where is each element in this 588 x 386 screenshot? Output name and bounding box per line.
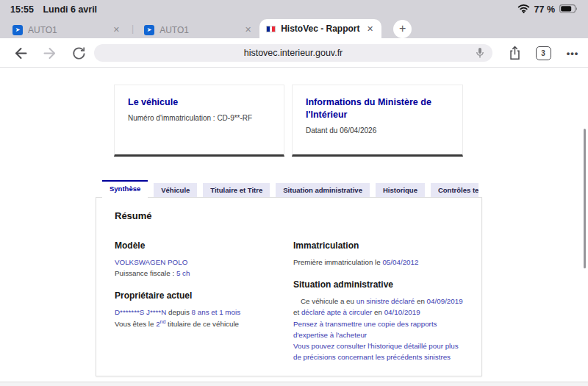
summary-right-column: Immatriculation Première immatriculation… bbox=[293, 233, 463, 362]
tab-historique[interactable]: Historique bbox=[376, 183, 425, 197]
tab-count-badge: 3 bbox=[536, 46, 551, 60]
browser-tab-auto1-1[interactable]: ➤ AUTO1 ✕ bbox=[6, 21, 128, 38]
close-tab-icon[interactable]: ✕ bbox=[111, 25, 122, 35]
browser-tab-histovec-active[interactable]: HistoVec - Rapport vend ✕ bbox=[259, 19, 381, 38]
microphone-icon[interactable] bbox=[476, 47, 484, 61]
battery-percent: 77 % bbox=[534, 4, 556, 15]
ellipsis-icon: ••• bbox=[567, 48, 579, 59]
close-tab-icon[interactable]: ✕ bbox=[243, 25, 254, 35]
vehicle-card-body: Numéro d'immatriculation : CD-9**-RF bbox=[128, 114, 270, 122]
tab-titulaire-et-titre[interactable]: Titulaire et Titre bbox=[203, 183, 270, 197]
clock: 15:55 bbox=[10, 4, 34, 15]
registration-line: Première immatriculation le 05/04/2012 bbox=[293, 257, 463, 268]
sinistre-link[interactable]: un sinistre déclaré bbox=[356, 297, 415, 305]
reload-button[interactable] bbox=[69, 38, 88, 68]
report-tab-bar: Synthèse Véhicule Titulaire et Titre Sit… bbox=[96, 180, 478, 198]
ministry-card: Informations du Ministère de l'Intérieur… bbox=[292, 85, 463, 157]
apte-circuler-link[interactable]: déclaré apte à circuler bbox=[301, 308, 372, 316]
registration-heading: Immatriculation bbox=[293, 240, 463, 251]
model-name: VOLKSWAGEN POLO bbox=[115, 257, 293, 268]
summary-left-column: Modèle VOLKSWAGEN POLO Puissance fiscale… bbox=[115, 233, 293, 362]
owner-name-line: D*******S J****N depuis 8 ans et 1 mois bbox=[115, 307, 293, 318]
close-tab-icon[interactable]: ✕ bbox=[365, 24, 376, 34]
summary-title: Résumé bbox=[115, 210, 463, 221]
tab-situation-administrative[interactable]: Situation administrative bbox=[276, 183, 370, 197]
url-text: histovec.interieur.gouv.fr bbox=[244, 48, 343, 58]
tab-controles-techniques[interactable]: Contrôles techniques bbox=[431, 183, 478, 197]
status-right: 77 % bbox=[517, 4, 578, 15]
more-menu-button[interactable]: ••• bbox=[562, 38, 583, 68]
browser-tab-strip: ➤ AUTO1 ✕ | ➤ AUTO1 ✕ HistoVec - Rapport… bbox=[0, 19, 588, 38]
page-scrollbar[interactable] bbox=[584, 129, 586, 268]
owner-heading: Propriétaire actuel bbox=[115, 290, 293, 301]
battery-icon bbox=[559, 4, 578, 15]
forward-button[interactable] bbox=[40, 38, 58, 68]
owner-rank-line: Vous êtes le 2nd titulaire de ce véhicul… bbox=[115, 318, 293, 329]
wifi-icon bbox=[517, 4, 530, 15]
model-power: Puissance fiscale : 5 ch bbox=[115, 268, 293, 279]
auto1-favicon: ➤ bbox=[12, 25, 23, 35]
synthese-panel: Résumé Modèle VOLKSWAGEN POLO Puissance … bbox=[96, 197, 482, 376]
address-bar[interactable]: histovec.interieur.gouv.fr bbox=[94, 44, 492, 62]
browser-tab-auto1-2[interactable]: ➤ AUTO1 ✕ bbox=[137, 21, 259, 38]
model-heading: Modèle bbox=[115, 240, 293, 251]
status-date: Lundi 6 avril bbox=[43, 4, 97, 15]
status-bar: 15:55 Lundi 6 avril 77 % bbox=[0, 0, 588, 19]
new-tab-button[interactable]: + bbox=[393, 20, 412, 38]
ministry-card-title: Informations du Ministère de l'Intérieur bbox=[306, 96, 449, 121]
browser-tab-label: AUTO1 bbox=[159, 25, 240, 35]
tab-separator: | bbox=[132, 24, 134, 34]
browser-tab-label: AUTO1 bbox=[28, 25, 108, 35]
status-left: 15:55 Lundi 6 avril bbox=[10, 4, 104, 15]
browser-tab-label: HistoVec - Rapport vend bbox=[281, 24, 362, 34]
vehicle-card: Le véhicule Numéro d'immatriculation : C… bbox=[114, 85, 284, 157]
ipad-screen: 15:55 Lundi 6 avril 77 % bbox=[0, 0, 588, 386]
share-icon[interactable] bbox=[506, 38, 523, 68]
auto1-favicon: ➤ bbox=[144, 25, 154, 35]
tab-vehicule[interactable]: Véhicule bbox=[154, 183, 197, 197]
ministry-card-body: Datant du 06/04/2026 bbox=[306, 126, 449, 135]
browser-nav-bar: histovec.interieur.gouv.fr 3 ••• bbox=[0, 38, 588, 68]
situation-heading: Situation administrative bbox=[293, 279, 463, 290]
summary-columns: Modèle VOLKSWAGEN POLO Puissance fiscale… bbox=[115, 233, 463, 362]
histovec-page: Le véhicule Numéro d'immatriculation : C… bbox=[0, 68, 588, 386]
back-button[interactable] bbox=[12, 38, 29, 68]
rapports-expertise-note: Pensez à transmettre une copie des rappo… bbox=[293, 320, 437, 339]
footer-edge bbox=[0, 382, 588, 386]
tab-synthese[interactable]: Synthèse bbox=[102, 180, 148, 198]
tabs-overview-button[interactable]: 3 bbox=[534, 38, 552, 68]
historique-detaille-note: Vous pouvez consulter l'historique détai… bbox=[293, 342, 459, 361]
vehicle-card-title: Le véhicule bbox=[128, 96, 270, 109]
france-flag-favicon bbox=[266, 26, 276, 32]
situation-paragraph: Ce véhicule a eu un sinistre déclaré en … bbox=[293, 296, 463, 362]
